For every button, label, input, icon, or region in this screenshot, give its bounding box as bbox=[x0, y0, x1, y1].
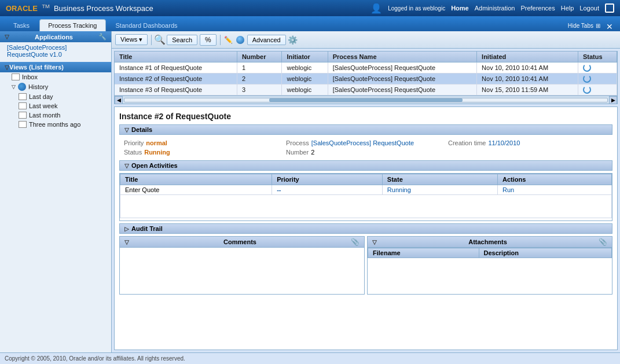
comments-collapse-arrow: ▽ bbox=[124, 239, 129, 245]
status-refresh-icon-2 bbox=[583, 75, 591, 83]
sidebar-history[interactable]: ▽ History bbox=[0, 82, 111, 92]
att-col-description: Description bbox=[479, 248, 612, 258]
row2-initiator: weblogic bbox=[282, 73, 328, 84]
scroll-right-button[interactable]: ▶ bbox=[609, 96, 617, 104]
tab-process-tracking[interactable]: Process Tracking bbox=[39, 19, 105, 31]
logged-in-text: Logged in as weblogic bbox=[388, 5, 445, 12]
audit-trail-label: Audit Trail bbox=[131, 225, 163, 232]
hide-tabs-button[interactable]: Hide Tabs ⊞ bbox=[564, 20, 604, 31]
nav-preferences[interactable]: Preferences bbox=[520, 5, 555, 12]
empty-activity-space bbox=[120, 195, 612, 218]
app-header: ORACLE ™ Business Process Workspace 👤 Lo… bbox=[0, 0, 620, 16]
number-label: Number bbox=[286, 149, 309, 156]
col-number: Number bbox=[237, 52, 282, 62]
detail-fields: Priority normal Process [SalesQuoteProce… bbox=[119, 137, 612, 158]
applications-section-header[interactable]: ▽ Applications 🔧 bbox=[0, 31, 111, 42]
nav-administration[interactable]: Administration bbox=[475, 5, 515, 12]
creation-time-value: 11/10/2010 bbox=[488, 139, 520, 146]
run-link[interactable]: Run bbox=[502, 186, 514, 193]
open-activities-section-header[interactable]: ▽ Open Activities bbox=[119, 160, 612, 171]
details-section-header[interactable]: ▽ Details bbox=[119, 124, 612, 135]
footer-text: Copyright © 2005, 2010, Oracle and/or it… bbox=[5, 355, 185, 362]
attachments-table: Filename Description bbox=[368, 248, 612, 293]
toolbar-edit-icon: ✏️ bbox=[224, 35, 233, 45]
attachments-panel-header: ▽ Attachments 📎 bbox=[368, 237, 612, 248]
attachments-content: Filename Description bbox=[368, 248, 612, 294]
window-icon bbox=[605, 3, 614, 13]
row1-initiator: weblogic bbox=[282, 62, 328, 73]
content-area: Views ▾ 🔍 Search % ✏️ Advanced ⚙️ bbox=[112, 31, 620, 352]
last-day-label: Last day bbox=[29, 93, 53, 100]
attachment-empty-row bbox=[368, 258, 612, 293]
comments-add-icon[interactable]: 📎 bbox=[351, 238, 359, 246]
audit-trail-section-header[interactable]: ▷ Audit Trail bbox=[119, 223, 612, 234]
col-initiated: Initiated bbox=[477, 52, 578, 62]
empty-attachments bbox=[368, 258, 612, 293]
advanced-button[interactable]: Advanced bbox=[247, 35, 286, 45]
main-layout: ▽ Applications 🔧 [SalesQuoteProcess] Req… bbox=[0, 31, 620, 352]
applications-icon: 🔧 bbox=[98, 33, 107, 41]
instances-table-container: Title Number Initiator Process Name Init… bbox=[114, 51, 618, 104]
open-activities-label: Open Activities bbox=[131, 162, 178, 169]
sidebar-three-months[interactable]: Three months ago bbox=[0, 120, 111, 129]
attachments-collapse-arrow: ▽ bbox=[372, 239, 377, 245]
last-month-icon bbox=[19, 112, 27, 119]
table-row[interactable]: Instance #1 of RequestQuote 1 weblogic [… bbox=[115, 62, 617, 73]
scroll-left-button[interactable]: ◀ bbox=[115, 96, 123, 104]
views-button[interactable]: Views ▾ bbox=[115, 34, 148, 45]
act-action: Run bbox=[498, 185, 612, 195]
views-label: Views (List filters) bbox=[9, 64, 64, 71]
tab-standard-dashboards[interactable]: Standard Dashboards bbox=[107, 19, 186, 31]
detail-title: Instance #2 of RequestQuote bbox=[119, 112, 612, 121]
sidebar-inbox[interactable]: Inbox bbox=[0, 72, 111, 82]
attachments-add-icon[interactable]: 📎 bbox=[599, 238, 607, 246]
comments-content bbox=[120, 248, 364, 294]
history-globe-icon bbox=[18, 83, 26, 91]
row2-number: 2 bbox=[237, 73, 282, 84]
act-col-state: State bbox=[382, 174, 497, 185]
sidebar-last-day[interactable]: Last day bbox=[0, 92, 111, 101]
toolbar-separator-1 bbox=[151, 35, 152, 45]
app-title: Business Process Workspace bbox=[54, 4, 153, 13]
scroll-thumb[interactable] bbox=[269, 98, 463, 102]
views-section-header[interactable]: ▽ Views (List filters) bbox=[0, 62, 111, 72]
sales-quote-link[interactable]: [SalesQuoteProcess] RequestQuote v1.0 bbox=[0, 42, 111, 60]
tab-tasks[interactable]: Tasks bbox=[5, 19, 38, 31]
running-state: Running bbox=[387, 186, 411, 193]
toolbar-icon-1: 🔍 bbox=[155, 35, 164, 45]
comments-label: Comments bbox=[223, 238, 256, 245]
row2-status bbox=[578, 73, 617, 84]
comments-panel-header: ▽ Comments 📎 bbox=[120, 237, 364, 248]
attachments-panel: ▽ Attachments 📎 Filename Description bbox=[367, 236, 612, 295]
percent-button[interactable]: % bbox=[200, 34, 217, 46]
act-col-title: Title bbox=[120, 174, 272, 185]
act-priority: -- bbox=[272, 185, 383, 195]
horizontal-scrollbar[interactable]: ◀ ▶ bbox=[115, 95, 617, 104]
nav-help[interactable]: Help bbox=[561, 5, 574, 12]
status-field: Status Running bbox=[124, 149, 284, 156]
priority-label: Priority bbox=[124, 139, 144, 146]
three-months-label: Three months ago bbox=[29, 121, 80, 128]
details-collapse-arrow: ▽ bbox=[124, 127, 129, 133]
nav-logout[interactable]: Logout bbox=[579, 5, 599, 12]
process-value: [SalesQuoteProcess] RequestQuote bbox=[311, 139, 414, 146]
toolbar: Views ▾ 🔍 Search % ✏️ Advanced ⚙️ bbox=[112, 31, 620, 49]
toolbar-globe-icon bbox=[236, 35, 245, 45]
status-refresh-icon-1 bbox=[583, 64, 591, 72]
instances-table: Title Number Initiator Process Name Init… bbox=[115, 52, 617, 95]
nav-home[interactable]: Home bbox=[451, 5, 469, 12]
percent-icon: % bbox=[205, 36, 211, 44]
row3-number: 3 bbox=[237, 84, 282, 95]
row1-number: 1 bbox=[237, 62, 282, 73]
sidebar-last-month[interactable]: Last month bbox=[0, 111, 111, 120]
scroll-track bbox=[124, 98, 608, 102]
activity-row[interactable]: Enter Quote -- Running Run bbox=[120, 185, 612, 195]
search-button[interactable]: Search bbox=[167, 35, 197, 45]
att-col-filename: Filename bbox=[368, 248, 479, 258]
table-row[interactable]: Instance #2 of RequestQuote 2 weblogic [… bbox=[115, 73, 617, 84]
row2-initiated: Nov 10, 2010 10:41 AM bbox=[477, 73, 578, 84]
tab-close-button[interactable]: ✕ bbox=[604, 22, 615, 31]
sidebar-last-week[interactable]: Last week bbox=[0, 101, 111, 111]
table-row[interactable]: Instance #3 of RequestQuote 3 weblogic [… bbox=[115, 84, 617, 95]
header-separator: ™ bbox=[41, 3, 50, 13]
